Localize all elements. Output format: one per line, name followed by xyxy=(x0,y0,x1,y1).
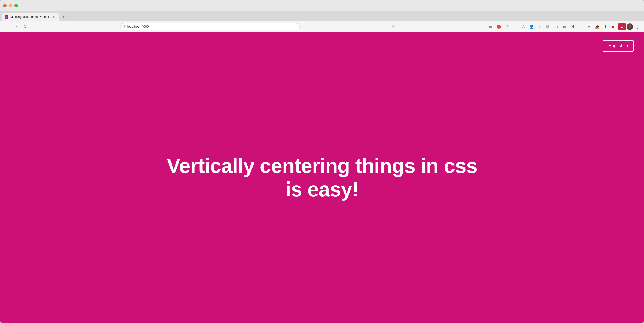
forward-button[interactable]: → xyxy=(12,23,19,30)
bookmark-button[interactable]: ☆ xyxy=(391,24,396,29)
refresh-button[interactable]: ↻ xyxy=(22,23,29,30)
extension-icon-13[interactable]: 📥 xyxy=(594,23,601,30)
extension-icon-7[interactable]: ◎ xyxy=(536,23,544,30)
language-selector-button[interactable]: English ▾ xyxy=(603,40,634,52)
tab-title: Multilingualisation in Phoenix xyxy=(10,15,50,19)
back-button[interactable]: ← xyxy=(3,23,10,30)
tab-bar: 🔮 Multilingualisation in Phoenix × + xyxy=(0,11,644,21)
tab-favicon: 🔮 xyxy=(5,15,8,19)
info-icon: ⓘ xyxy=(123,25,126,28)
title-bar xyxy=(0,0,644,11)
close-button[interactable] xyxy=(3,4,7,7)
profile-avatar[interactable]: 👤 xyxy=(627,23,633,30)
maximize-button[interactable] xyxy=(14,4,18,7)
url-text: localhost:4000 xyxy=(127,25,149,28)
tab-close-button[interactable]: × xyxy=(52,15,56,19)
new-tab-button[interactable]: + xyxy=(60,13,67,21)
extension-icon-15[interactable]: 2 xyxy=(618,23,626,30)
extension-icon-10[interactable]: ⊞ xyxy=(561,23,568,30)
url-bar[interactable]: ⓘ localhost:4000 xyxy=(120,23,300,30)
heading-line-2: is easy! xyxy=(32,178,612,201)
toolbar-icons: ⊞ 🔴 ⬡ 🗨 ⬡ 👤 ◎ 🐘 ⬚ ⊞ N ⊟ A 📥 ⬇ ▶ 2 👤 ⋮ xyxy=(487,23,641,30)
extension-icon-6[interactable]: 👤 xyxy=(528,23,535,30)
browser-window: 🔮 Multilingualisation in Phoenix × + ← →… xyxy=(0,0,644,323)
extension-icon-5[interactable]: ⬡ xyxy=(520,23,527,30)
extension-icon-2[interactable]: 🔴 xyxy=(495,23,502,30)
extension-icon-3[interactable]: ⬡ xyxy=(504,23,511,30)
extension-icon-14[interactable]: ⬇ xyxy=(602,23,609,30)
active-tab[interactable]: 🔮 Multilingualisation in Phoenix × xyxy=(2,13,59,21)
extension-icon-1[interactable]: ⊞ xyxy=(487,23,494,30)
extension-icon-youtube[interactable]: ▶ xyxy=(610,23,617,30)
page-content: English ▾ Vertically centering things in… xyxy=(0,32,644,323)
extension-icon-notion[interactable]: N xyxy=(569,23,576,30)
extension-icon-9[interactable]: ⬚ xyxy=(553,23,560,30)
more-options-button[interactable]: ⋮ xyxy=(634,24,641,29)
language-label: English xyxy=(608,43,623,48)
address-bar: ← → ↻ ⓘ localhost:4000 ☆ ⊞ 🔴 ⬡ 🗨 ⬡ 👤 ◎ 🐘… xyxy=(0,21,644,32)
extension-icon-4[interactable]: 🗨 xyxy=(512,23,519,30)
extension-icon-11[interactable]: ⊟ xyxy=(577,23,585,30)
main-heading: Vertically centering things in css is ea… xyxy=(32,154,612,201)
traffic-lights xyxy=(3,4,18,7)
extension-icon-12[interactable]: A xyxy=(586,23,593,30)
minimize-button[interactable] xyxy=(9,4,12,7)
dropdown-arrow-icon: ▾ xyxy=(627,44,628,48)
heading-line-1: Vertically centering things in css xyxy=(32,154,612,178)
extension-icon-8[interactable]: 🐘 xyxy=(545,23,552,30)
